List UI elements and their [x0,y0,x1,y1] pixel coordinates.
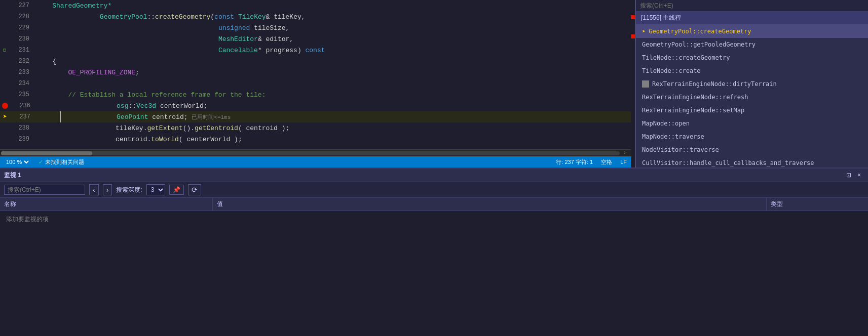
call-stack-item-8[interactable]: MapNode::traverse [636,130,868,143]
gutter-marker-2 [631,34,635,38]
call-stack-item-label-0: GeometryPool::createGeometry [649,26,751,36]
code-editor: 227 SharedGeometry* 228 GeometryPool::cr… [0,0,631,167]
status-col: 1 [590,159,593,165]
watch-close-button[interactable]: × [854,171,864,180]
call-stack-item-label-5: RexTerrainEngineNode::refresh [642,94,748,101]
scroll-right-btn[interactable]: › [620,150,630,156]
call-stack-item-10[interactable]: CullVisitor::handle_cull_callbacks_and_t… [636,156,868,167]
status-space: 空格 [601,158,612,166]
watch-depth-label: 搜索深度: [116,186,142,194]
call-stack-item-label-7: MapNode::open [642,120,690,127]
status-text: 未找到相关问题 [45,158,84,166]
call-stack-item-label-1: GeometryPool::getPooledGeometry [642,41,756,48]
h-scrollbar[interactable]: › [0,149,631,156]
watch-col-value: 值 [213,198,767,211]
code-line-231: ⊟ 231 Cancelable* progress) const [0,45,631,56]
watch-next-button[interactable]: › [103,184,112,195]
call-stack-arrow-icon: ➤ [642,26,646,36]
line-number-236: 236 [10,102,35,109]
line-number-239: 239 [9,136,34,143]
watch-toolbar: ‹ › 搜索深度: 3 1 2 5 📌 ⟳ [0,182,868,198]
call-stack-item-1[interactable]: GeometryPool::getPooledGeometry [636,38,868,51]
line-number-230: 230 [9,35,34,43]
zoom-control[interactable]: 100 % 75 % 150 % [4,158,30,165]
watch-detach-button[interactable]: ⊡ [843,171,854,180]
call-stack-item-label-6: RexTerrainEngineNode::setMap [642,107,744,114]
watch-table-header: 名称 值 类型 [0,198,868,211]
status-check: ✓ 未找到相关问题 [39,158,84,166]
watch-col-type: 类型 [767,198,868,211]
status-ok-icon: ✓ [39,159,43,165]
call-stack-item-9[interactable]: NodeVisitor::traverse [636,143,868,156]
line-number-238: 238 [9,124,34,132]
watch-depth-select[interactable]: 3 1 2 5 [146,184,165,195]
watch-search-input[interactable] [4,185,85,195]
call-stack-item-7[interactable]: MapNode::open [636,117,868,130]
status-bar: 100 % 75 % 150 % ✓ 未找到相关问题 行: 237 字符: 1 … [0,156,631,167]
gutter-marker-1 [631,15,635,19]
watch-table-body: 添加要监视的项 [0,211,868,336]
h-scrollbar-thumb[interactable] [1,151,92,155]
line-content-233: OE_PROFILING_ZONE; [34,69,631,76]
call-stack-frame-header: [11556] 主线程 [636,12,868,25]
line-number-228: 228 [9,13,34,20]
line-number-235: 235 [9,91,34,98]
line-content-239: centroid.toWorld( centerWorld ); [34,128,631,150]
call-stack-item-3[interactable]: TileNode::create [636,64,868,77]
line-indicator-237: ➤ [0,113,10,120]
call-stack-item-label-8: MapNode::traverse [642,133,704,140]
status-row-col: 行: 237 字符: 1 [556,158,593,166]
call-stack-list[interactable]: ➤ GeometryPool::createGeometry GeometryP… [636,25,868,167]
call-stack-frame-title: [11556] 主线程 [641,14,681,22]
watch-empty-text: 添加要监视的项 [6,215,49,224]
watch-refresh-button[interactable]: ⟳ [188,184,201,195]
call-stack-item-label-9: NodeVisitor::traverse [642,146,719,153]
call-stack-search-input[interactable] [640,2,864,9]
line-number-229: 229 [9,24,34,31]
code-line-234: 234 [0,78,631,89]
code-line-232: 232 { [0,56,631,67]
watch-pin-button[interactable]: 📌 [169,185,184,195]
call-stack-item-5[interactable]: RexTerrainEngineNode::refresh [636,91,868,104]
collapse-icon-231[interactable]: ⊟ [3,47,6,53]
line-indicator-236 [0,103,10,109]
arrow-indicator-237: ➤ [3,113,7,120]
call-stack-search-bar [636,0,868,12]
watch-panel: 监视 1 ⊡ × ‹ › 搜索深度: 3 1 2 5 📌 ⟳ 名称 值 类型 [0,167,868,336]
breakpoint-236[interactable] [2,103,8,109]
watch-prev-button[interactable]: ‹ [89,184,99,195]
line-indicator-231: ⊟ [0,47,9,53]
call-stack-item-label-4: RexTerrainEngineNode::dirtyTerrain [652,79,777,89]
zoom-select[interactable]: 100 % 75 % 150 % [4,158,30,165]
call-stack-image-icon-4 [642,80,649,88]
call-stack-item-0[interactable]: ➤ GeometryPool::createGeometry [636,25,868,38]
call-stack-item-2[interactable]: TileNode::createGeometry [636,51,868,64]
call-stack-panel: [11556] 主线程 ➤ GeometryPool::createGeomet… [635,0,868,167]
call-stack-item-label-2: TileNode::createGeometry [642,54,730,61]
call-stack-item-label-3: TileNode::create [642,67,701,74]
code-line-239: 239 centroid.toWorld( centerWorld ); [0,134,631,145]
status-row: 237 [564,159,574,165]
line-number-231: 231 [9,47,34,54]
watch-panel-title: 监视 1 [4,171,21,180]
status-col-label: 字符: [576,159,590,165]
line-number-233: 233 [9,69,34,76]
line-number-237: 237 [10,113,35,120]
editor-gutter-right [631,0,635,167]
line-content-232: { [34,58,631,65]
status-row-label: 行: [556,159,564,165]
call-stack-item-4[interactable]: RexTerrainEngineNode::dirtyTerrain [636,77,868,91]
line-number-234: 234 [9,80,34,87]
line-number-232: 232 [9,58,34,65]
status-encoding: LF [620,159,627,165]
code-line-233: 233 OE_PROFILING_ZONE; [0,67,631,78]
call-stack-item-6[interactable]: RexTerrainEngineNode::setMap [636,104,868,117]
watch-panel-header: 监视 1 ⊡ × [0,169,868,182]
call-stack-item-label-10: CullVisitor::handle_cull_callbacks_and_t… [642,159,814,166]
watch-col-name: 名称 [0,198,213,211]
line-number-227: 227 [9,2,34,9]
